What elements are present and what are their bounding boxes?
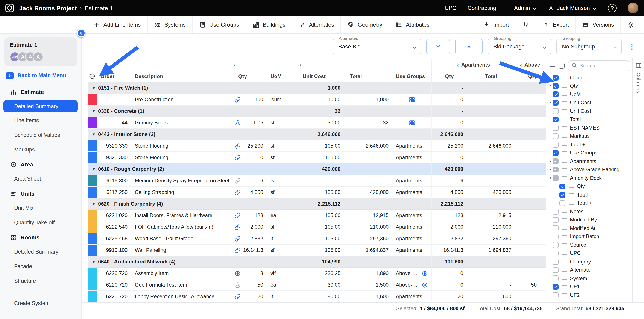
cell-description[interactable]: Stone Flooring	[132, 140, 231, 151]
cell-uom[interactable]: sf	[267, 187, 297, 198]
collapse-caret-icon[interactable]: ▾	[93, 202, 95, 206]
cell-apartments-total[interactable]: 12,915	[467, 210, 515, 221]
cell-description[interactable]: Ceiling Strapping	[132, 187, 231, 198]
drag-handle-icon[interactable]	[562, 160, 566, 163]
cell-total[interactable]: 2,646,000	[344, 140, 392, 151]
drag-handle-icon[interactable]	[569, 193, 573, 196]
drag-handle-icon[interactable]	[562, 135, 566, 138]
header-apartments-qty[interactable]: Qty	[432, 70, 467, 82]
column-checkbox[interactable]	[552, 83, 558, 89]
upc-link[interactable]: UPC	[444, 5, 456, 11]
cell-apartments-total[interactable]: -	[467, 268, 515, 279]
cell-apartments-total[interactable]: -	[467, 279, 515, 291]
cell-uom[interactable]: lsum	[267, 94, 297, 105]
cell-description[interactable]: Wood Base - Paint Grade	[132, 233, 231, 244]
table-group-row[interactable]: ▾0640 - Architectural Millwork (4)104,99…	[88, 256, 556, 268]
column-checkbox[interactable]	[552, 209, 558, 214]
columns-tab[interactable]: Columns	[636, 72, 641, 93]
sidebar-item-line-items[interactable]: Line Items	[0, 113, 81, 128]
cell-total[interactable]: 1,600	[344, 291, 392, 302]
alternates-select[interactable]: Alternates Base Bid	[333, 38, 421, 54]
cell-unit-cost[interactable]: 105.00	[297, 140, 344, 151]
admin-dropdown[interactable]: Admin	[514, 5, 537, 11]
toolbar-gesture-button[interactable]	[516, 16, 536, 33]
collapse-caret-icon[interactable]: ▾	[93, 260, 95, 264]
sidebar-section-rooms[interactable]: Rooms	[0, 230, 81, 245]
collapse-caret-icon[interactable]: ▾	[93, 86, 95, 90]
column-checkbox[interactable]	[552, 259, 558, 265]
collapse-caret-icon[interactable]: ▾	[93, 132, 95, 136]
sidebar-section-area[interactable]: Area	[0, 157, 81, 172]
header-use-groups[interactable]: Use Groups	[392, 70, 432, 82]
drag-handle-icon[interactable]	[562, 210, 566, 213]
cell-order[interactable]: 9320.330	[97, 152, 132, 163]
grouping-select[interactable]: Grouping Bid Package	[488, 38, 551, 54]
cell-unit-cost[interactable]: 30.00	[297, 117, 344, 128]
table-row[interactable]: 44Gummy Bears1.05sf30.00320-	[88, 117, 556, 129]
cell-apartments-total[interactable]: -	[467, 94, 515, 105]
link-icon[interactable]	[234, 177, 241, 184]
cell-order[interactable]: 6115.300	[97, 175, 132, 186]
drag-handle-icon[interactable]	[562, 269, 566, 272]
cell-uom[interactable]: sf	[267, 117, 297, 128]
column-checkbox[interactable]	[552, 225, 558, 231]
cell-total[interactable]: -	[344, 152, 392, 163]
table-row[interactable]: 6117.250Ceiling Strapping4,000sf105.0042…	[88, 187, 556, 198]
subgroup-select[interactable]: Grouping No Subgroup	[556, 38, 622, 54]
group-label[interactable]: ▾0151 - Fire Watch (1)	[88, 82, 231, 93]
cell-use-groups[interactable]: Apartments	[392, 175, 432, 186]
cell-use-groups[interactable]: Apartments	[392, 140, 432, 151]
cell-apartments-qty[interactable]: 0	[432, 94, 467, 105]
collapse-caret-icon[interactable]: ▾	[93, 109, 95, 113]
cell-use-groups[interactable]: Apartments	[392, 291, 432, 302]
cell-order[interactable]: 6222.540	[97, 221, 132, 233]
columns-icon[interactable]	[635, 62, 642, 69]
header-total[interactable]: Total	[344, 70, 392, 82]
cell-order[interactable]: 6225.465	[97, 233, 132, 244]
drag-handle-icon[interactable]	[562, 143, 566, 146]
sidebar-item-facade[interactable]: Facade	[0, 259, 81, 274]
table-group-row[interactable]: ▾0330 - Concrete (1)32-	[88, 106, 556, 117]
column-toggle-use-groups[interactable]: Use Groups	[548, 149, 632, 157]
cell-description[interactable]: Lobby Reception Desk - Allowance	[132, 291, 231, 302]
column-toggle-unit-cost[interactable]: Unit Cost +	[548, 107, 632, 115]
table-row[interactable]: 9320.330Stone Flooring0sf105.00-Apartmen…	[88, 152, 556, 163]
column-checkbox[interactable]	[552, 150, 558, 156]
cell-apartments-total[interactable]: 1,600	[467, 291, 515, 302]
cell-order[interactable]: 6220.720	[97, 291, 132, 302]
cell-total[interactable]: 420,000	[344, 187, 392, 198]
toolbar-versions-button[interactable]: Versions	[575, 16, 620, 33]
column-toggle-total[interactable]: Total +	[548, 140, 632, 149]
chevron-right-icon[interactable]: ▸	[548, 168, 552, 171]
cell-description[interactable]: Geo Formula Test Item	[132, 279, 231, 291]
toolbar-alternates-button[interactable]: Alternates	[292, 16, 340, 33]
color-column-header[interactable]	[88, 70, 97, 82]
sidebar-item-detailed-summary[interactable]: Detailed Summary	[4, 100, 78, 112]
popout-panel-icon[interactable]	[558, 63, 564, 69]
help-button[interactable]: ?	[608, 4, 616, 12]
row-color-swatch[interactable]	[88, 279, 97, 291]
column-toggle-total[interactable]: Total	[548, 115, 632, 124]
column-toggle-notes[interactable]: Notes	[548, 207, 632, 216]
cell-apartments-total[interactable]: -	[467, 117, 515, 128]
minimize-panel-icon[interactable]: —	[550, 63, 555, 68]
drag-handle-icon[interactable]	[562, 177, 566, 180]
column-toggle-amenity-deck[interactable]: ▾Amenity Deck	[548, 174, 632, 182]
cell-use-groups[interactable]: Above-Gra...	[392, 268, 432, 279]
column-toggle-qty[interactable]: ▸Qty	[548, 82, 632, 90]
row-color-swatch[interactable]	[88, 245, 97, 256]
column-toggle-est-names[interactable]: EST NAMES	[548, 124, 632, 132]
target-icon[interactable]	[234, 270, 241, 277]
drag-handle-icon[interactable]	[562, 93, 566, 96]
column-checkbox[interactable]	[552, 250, 558, 256]
use-group-target-icon[interactable]	[422, 282, 428, 288]
cell-total[interactable]: 32	[344, 117, 392, 128]
toolbar-buildings-button[interactable]: Buildings	[246, 16, 292, 33]
cell-uom[interactable]: sf	[267, 152, 297, 163]
column-toggle-above-grade-parking[interactable]: ▸Above-Grade Parking	[548, 165, 632, 174]
cell-total[interactable]: 1,890	[344, 268, 392, 279]
cell-uom[interactable]: sf	[267, 221, 297, 233]
drag-handle-icon[interactable]	[562, 168, 566, 171]
group-label[interactable]: ▾0443 - Interior Stone (2)	[88, 129, 231, 140]
chevron-down-icon[interactable]: ▾	[548, 176, 552, 180]
